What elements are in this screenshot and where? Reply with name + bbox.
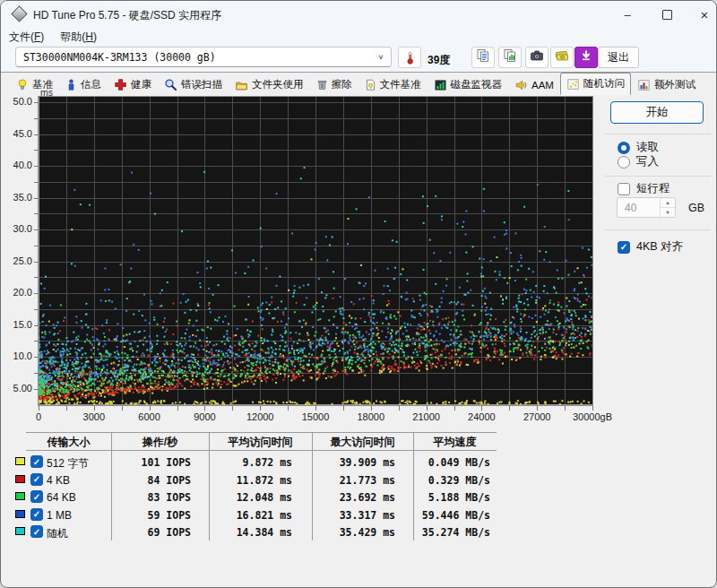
error-scan-icon xyxy=(164,78,177,91)
tab-label: 文件夹使用 xyxy=(252,78,304,91)
drive-select-value: ST30000NM004K-3RM133 (30000 gB) xyxy=(23,51,216,64)
y-axis-tick xyxy=(34,166,39,167)
window-title: HD Tune Pro 5.75 - 硬盘/SSD 实用程序 xyxy=(33,8,221,23)
menu-item-0[interactable]: 文件(F) xyxy=(1,28,52,47)
start-button[interactable]: 开始 xyxy=(610,101,704,124)
tab-label: 额外测试 xyxy=(654,78,695,91)
table-value-avg: 16.821 ms xyxy=(209,509,292,522)
align-4kb-row[interactable]: ✓ 4KB 对齐 xyxy=(618,239,683,255)
x-axis-tick xyxy=(427,406,428,411)
tab-aam[interactable]: AAM xyxy=(508,75,560,95)
x-axis-tick xyxy=(177,406,178,411)
aam-icon xyxy=(514,79,528,91)
write-radio-row[interactable]: 写入 xyxy=(618,154,659,169)
series-label: 1 MB xyxy=(47,509,72,522)
menu-bar: 文件(F)帮助(H) xyxy=(1,28,716,45)
x-axis-tick xyxy=(537,406,538,411)
separator xyxy=(605,229,711,230)
spinner-up-button[interactable]: ▲ xyxy=(661,198,675,207)
y-axis-tick xyxy=(34,182,39,183)
temperature-button[interactable] xyxy=(398,47,421,68)
app-window: HD Tune Pro 5.75 - 硬盘/SSD 实用程序 – × 文件(F)… xyxy=(0,0,717,588)
series-checkbox[interactable]: ✓ xyxy=(30,490,43,503)
spinner-down-button[interactable]: ▼ xyxy=(661,207,675,217)
scatter-canvas xyxy=(39,97,592,405)
table-value-max: 39.909 ms xyxy=(312,456,395,469)
series-checkbox[interactable]: ✓ xyxy=(30,525,43,538)
capacity-spinner[interactable]: 40 ▲ ▼ xyxy=(617,197,676,218)
table-value-avg: 9.872 ms xyxy=(209,456,292,469)
drive-select[interactable]: ST30000NM004K-3RM133 (30000 gB) ∨ xyxy=(15,47,392,67)
y-axis-label: 15.0 xyxy=(5,319,32,330)
tab-extra-tests[interactable]: 额外测试 xyxy=(631,74,702,95)
y-axis-tick xyxy=(34,357,39,358)
x-axis-tick xyxy=(232,406,233,411)
tab-health[interactable]: 健康 xyxy=(108,74,158,95)
x-axis-label: 9000 xyxy=(177,411,231,422)
write-radio[interactable] xyxy=(618,156,630,169)
app-icon xyxy=(11,5,27,22)
update-button[interactable] xyxy=(574,47,598,68)
series-checkbox[interactable]: ✓ xyxy=(30,473,43,486)
x-axis-tick xyxy=(592,406,593,411)
x-axis-tick xyxy=(288,406,289,411)
tab-label: 随机访问 xyxy=(583,77,625,91)
tab-random-access[interactable]: 随机访问 xyxy=(560,73,631,95)
results-table: 传输大小操作/秒平均访问时间最大访问时间平均速度✓512 字节101 IOPS9… xyxy=(15,432,499,541)
short-stroke-row[interactable]: 短行程 xyxy=(618,181,670,196)
table-value-max: 21.773 ms xyxy=(312,474,395,487)
screenshot-button[interactable] xyxy=(525,47,549,68)
y-axis-label: 5.00 xyxy=(5,383,32,393)
copy-text-button[interactable] xyxy=(471,47,495,68)
tab-label: 磁盘监视器 xyxy=(451,78,503,91)
x-axis-tick xyxy=(481,406,482,411)
copy-image-button[interactable] xyxy=(498,47,522,68)
x-axis-tick xyxy=(509,406,510,411)
table-value-ops: 83 IOPS xyxy=(111,491,191,504)
x-axis-tick xyxy=(565,406,566,411)
y-axis-tick xyxy=(34,134,39,135)
tab-error-scan[interactable]: 错误扫描 xyxy=(158,74,229,95)
tab-info[interactable]: 信息 xyxy=(59,74,108,95)
camera-icon xyxy=(530,48,544,66)
chevron-down-icon: ∨ xyxy=(378,53,384,61)
read-radio-row[interactable]: 读取 xyxy=(618,140,659,155)
x-axis-tick xyxy=(39,406,39,411)
y-axis-label: 30.0 xyxy=(5,223,32,234)
series-checkbox[interactable]: ✓ xyxy=(30,455,43,468)
read-label: 读取 xyxy=(636,140,659,155)
legend-swatch xyxy=(15,492,25,500)
legend-swatch xyxy=(15,457,25,465)
exit-button[interactable]: 退出 xyxy=(598,47,639,68)
close-button[interactable]: × xyxy=(686,1,717,28)
x-axis-tick xyxy=(260,406,261,411)
table-header-border xyxy=(26,450,497,451)
y-axis-label: 25.0 xyxy=(5,255,32,266)
tab-file-benchmark[interactable]: 文件基准 xyxy=(358,74,428,95)
tab-folder-usage[interactable]: 文件夹使用 xyxy=(229,74,310,95)
table-header: 平均速度 xyxy=(413,435,497,450)
align-4kb-checkbox[interactable]: ✓ xyxy=(618,241,630,254)
y-axis-label: 35.0 xyxy=(5,192,32,203)
read-radio[interactable] xyxy=(618,142,630,154)
y-axis-label: 50.0 xyxy=(5,96,32,107)
series-checkbox[interactable]: ✓ xyxy=(30,508,43,521)
menu-item-1[interactable]: 帮助(H) xyxy=(52,28,105,47)
y-axis-tick xyxy=(34,150,39,151)
maximize-button[interactable] xyxy=(648,1,686,28)
minimize-button[interactable]: – xyxy=(609,1,646,28)
short-stroke-checkbox[interactable] xyxy=(618,183,630,195)
y-axis-tick xyxy=(34,373,39,374)
table-value-speed: 0.329 MB/s xyxy=(413,474,490,487)
x-axis-label: 15000 xyxy=(289,411,342,422)
x-axis-tick xyxy=(315,406,316,411)
info-icon xyxy=(65,78,77,91)
capacity-value[interactable]: 40 xyxy=(618,198,660,217)
tab-label: 擦除 xyxy=(332,78,352,91)
table-value-ops: 84 IOPS xyxy=(111,474,191,487)
tab-erase[interactable]: 擦除 xyxy=(310,74,358,95)
benchmark-icon xyxy=(16,78,29,91)
purchase-button[interactable] xyxy=(550,47,574,68)
tab-disk-monitor[interactable]: 磁盘监视器 xyxy=(428,74,509,95)
random-access-chart xyxy=(38,96,593,406)
